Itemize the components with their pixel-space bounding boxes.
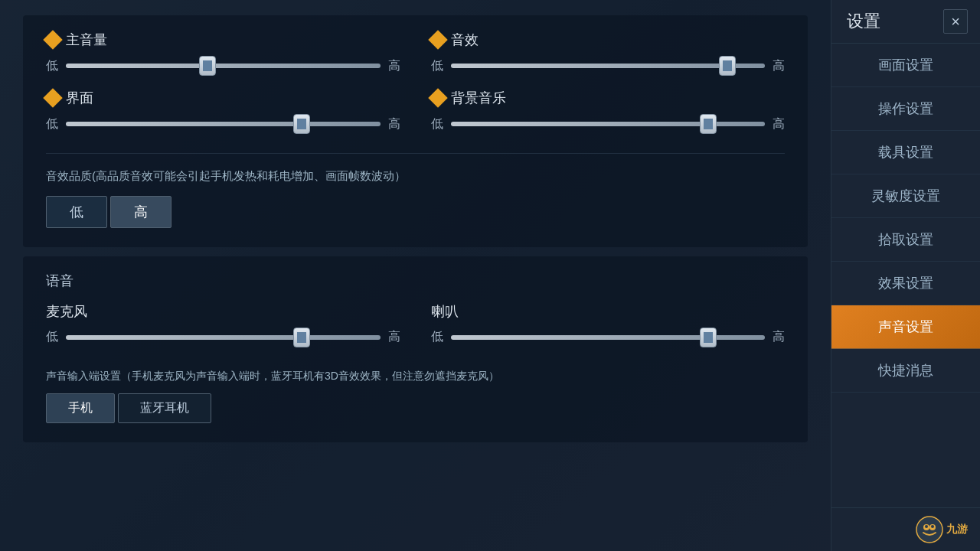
main-volume-high: 高 [388,58,400,74]
main-volume-icon [43,30,62,49]
main-volume-thumb[interactable] [199,56,216,76]
effects-slider-row: 低 高 [431,57,786,75]
speaker-track [451,335,766,340]
settings-panel: 主音量 低 高 [0,0,831,467]
mic-thumb[interactable] [293,328,310,347]
logo-icon [916,516,943,543]
effects-text: 音效 [451,31,479,49]
svg-point-3 [925,525,928,528]
sidebar-item-sensitivity[interactable]: 灵敏度设置 [831,174,980,218]
voice-input-note: 声音输入端设置（手机麦克风为声音输入端时，蓝牙耳机有3D音效效果，但注意勿遮挡麦… [46,368,785,384]
main-volume-text: 主音量 [66,31,107,49]
logo-text: 九游 [946,523,968,536]
ui-icon [43,88,62,107]
main-volume-low: 低 [46,58,58,74]
bluetooth-input-button[interactable]: 蓝牙耳机 [118,393,211,423]
sound-section: 主音量 低 高 [23,15,808,247]
effects-thumb[interactable] [719,56,736,76]
bgm-thumb[interactable] [700,114,717,134]
sidebar-item-controls[interactable]: 操作设置 [831,87,980,131]
mic-track [66,335,381,340]
ui-thumb[interactable] [293,114,310,134]
quality-section: 音效品质(高品质音效可能会引起手机发热和耗电增加、画面帧数波动） 低 高 [46,153,785,228]
speaker-label-row: 喇叭 [431,302,786,321]
bgm-item: 背景音乐 低 高 [431,89,786,133]
effects-high: 高 [773,58,785,74]
main-volume-track-container[interactable] [66,57,381,75]
bgm-low: 低 [431,116,443,132]
speaker-item: 喇叭 低 高 [431,302,786,347]
bgm-icon [428,88,447,107]
bgm-high: 高 [773,116,785,132]
effects-label: 音效 [431,31,786,49]
effects-track-container[interactable] [451,57,766,75]
sidebar-item-shortcut[interactable]: 快捷消息 [831,349,980,393]
bgm-track-container[interactable] [451,115,766,133]
mic-high: 高 [388,329,400,345]
bgm-track [451,122,766,126]
sidebar-item-screen[interactable]: 画面设置 [831,44,980,87]
voice-slider-grid: 麦克风 低 高 喇叭 [46,302,785,353]
quality-buttons: 低 高 [46,196,785,228]
sidebar-item-effects[interactable]: 效果设置 [831,262,980,305]
main-volume-item: 主音量 低 高 [46,31,400,75]
voice-title: 语音 [46,272,785,290]
phone-input-button[interactable]: 手机 [46,393,115,423]
mic-label-row: 麦克风 [46,302,400,321]
bgm-slider-row: 低 高 [431,115,786,133]
svg-point-0 [916,517,942,543]
sidebar-header: 设置 × [831,0,980,44]
speaker-slider-row: 低 高 [431,328,786,347]
main-volume-slider-row: 低 高 [46,57,400,75]
quality-low-button[interactable]: 低 [46,196,107,228]
logo-area: 九游 [916,516,968,543]
ui-track-container[interactable] [66,115,381,133]
ui-low: 低 [46,116,58,132]
mic-low: 低 [46,329,58,345]
mic-slider-row: 低 高 [46,328,400,347]
ui-high: 高 [388,116,400,132]
sidebar-title: 设置 [847,10,880,33]
ui-slider-row: 低 高 [46,115,400,133]
effects-item: 音效 低 高 [431,31,786,75]
main-volume-track [66,64,381,68]
quality-description: 音效品质(高品质音效可能会引起手机发热和耗电增加、画面帧数波动） [46,168,785,185]
speaker-thumb[interactable] [700,328,717,347]
ui-item: 界面 低 高 [46,89,400,133]
nav-items: 画面设置 操作设置 载具设置 灵敏度设置 拾取设置 效果设置 声音设置 快捷消息 [831,44,980,507]
effects-low: 低 [431,58,443,74]
slider-grid: 主音量 低 高 [46,31,785,139]
speaker-track-container[interactable] [451,328,766,347]
bgm-label: 背景音乐 [431,89,786,107]
ui-label: 界面 [46,89,400,107]
mic-track-container[interactable] [66,328,381,347]
mic-item: 麦克风 低 高 [46,302,400,347]
sidebar-item-sound[interactable]: 声音设置 [831,305,980,349]
ui-track [66,122,381,126]
effects-track [451,64,766,68]
speaker-high: 高 [773,329,785,345]
sidebar-item-pickup[interactable]: 拾取设置 [831,218,980,262]
input-buttons: 手机 蓝牙耳机 [46,393,785,423]
speaker-label: 喇叭 [431,302,459,321]
quality-high-button[interactable]: 高 [110,196,172,228]
bgm-text: 背景音乐 [451,89,506,107]
svg-point-4 [931,525,934,528]
close-button[interactable]: × [943,9,968,34]
effects-icon [428,30,447,49]
mic-label: 麦克风 [46,302,87,321]
ui-text: 界面 [66,89,93,107]
sidebar-footer: 九游 [831,507,980,551]
sidebar: 设置 × 画面设置 操作设置 载具设置 灵敏度设置 拾取设置 效果设置 声音设置… [831,0,980,551]
voice-section: 语音 麦克风 低 高 [23,256,808,442]
main-volume-label: 主音量 [46,31,400,49]
main-content: 主音量 低 高 [0,0,831,551]
sidebar-item-vehicle[interactable]: 载具设置 [831,131,980,174]
speaker-low: 低 [431,329,443,345]
